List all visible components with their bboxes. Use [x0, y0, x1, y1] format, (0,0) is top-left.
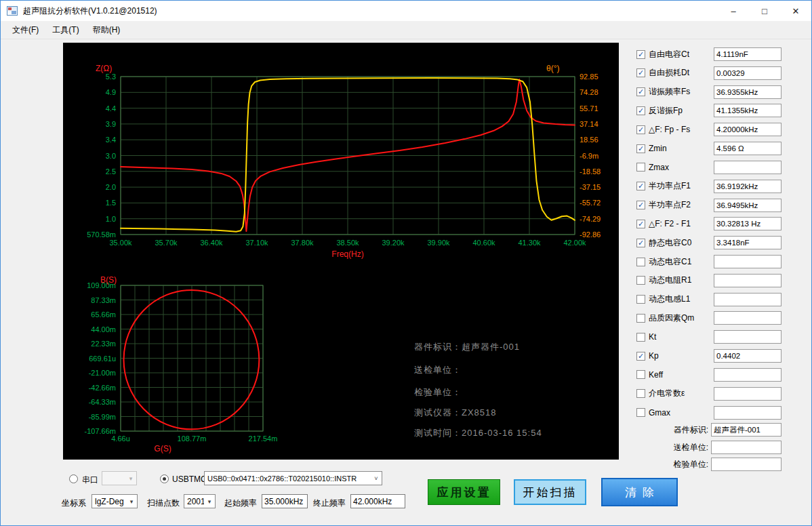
param-value-input[interactable] — [714, 406, 781, 420]
param-row-7: Zmax — [636, 158, 784, 177]
close-button[interactable]: ✕ — [780, 1, 811, 21]
menu-file[interactable]: 文件(F) — [5, 22, 45, 39]
param-value-input[interactable] — [714, 387, 781, 401]
param-checkbox[interactable]: ✓ — [636, 352, 645, 361]
param-checkbox[interactable] — [636, 276, 645, 285]
axis-tick-label: 1.0 — [106, 215, 116, 223]
x-axis-title: Freq(Hz) — [331, 249, 363, 259]
param-value-input[interactable] — [714, 104, 781, 117]
apply-settings-button[interactable]: 应用设置 — [428, 479, 500, 505]
serial-port-combo[interactable]: ▾ — [102, 471, 137, 485]
param-row-5: ✓△F: Fp - Fs — [636, 120, 784, 139]
device-info-line: 送检单位： — [414, 364, 462, 376]
param-checkbox[interactable] — [636, 295, 645, 304]
start-frequency-input[interactable] — [262, 494, 308, 508]
param-checkbox[interactable]: ✓ — [636, 125, 645, 134]
param-checkbox[interactable]: ✓ — [636, 201, 645, 209]
param-value-input[interactable] — [714, 330, 781, 344]
param-checkbox[interactable]: ✓ — [636, 106, 645, 115]
param-value-input[interactable] — [714, 311, 781, 325]
param-value-input[interactable] — [714, 85, 781, 99]
param-row-8: ✓半功率点F1 — [636, 177, 784, 196]
start-frequency-label: 起始频率 — [224, 498, 257, 509]
param-row-15: 品质因素Qm — [636, 308, 784, 327]
param-checkbox[interactable]: ✓ — [636, 144, 645, 153]
param-checkbox[interactable]: ✓ — [636, 239, 645, 247]
param-row-11: ✓静态电容C0 — [636, 233, 784, 252]
param-checkbox[interactable] — [636, 258, 645, 266]
axis-tick-label: -85.99m — [89, 413, 116, 421]
axis-tick-label: 669.61u — [89, 355, 116, 363]
param-row-2: ✓自由损耗Dt — [636, 64, 784, 83]
stop-frequency-input[interactable] — [350, 494, 405, 508]
coord-system-combo[interactable]: lgZ-Deg ▾ — [92, 494, 138, 508]
param-label: Zmin — [649, 144, 667, 153]
param-value-input[interactable] — [714, 217, 781, 230]
param-value-input[interactable] — [714, 368, 781, 382]
param-label: Gmax — [649, 408, 670, 418]
param-value-input[interactable] — [714, 66, 781, 80]
device-field-row: 检验单位: — [636, 458, 784, 471]
axis-tick-label: 74.28 — [580, 88, 598, 96]
param-value-input[interactable] — [714, 199, 781, 212]
usbtmc-address-combo[interactable]: USB0::0x0471::0x2786::T020215010::INSTR … — [204, 471, 382, 485]
scan-points-label: 扫描点数 — [147, 498, 180, 509]
serial-radio[interactable] — [69, 474, 78, 483]
param-label: △F: F2 - F1 — [649, 219, 691, 228]
param-checkbox[interactable]: ✓ — [636, 68, 645, 77]
axis-tick-label: 4.66u — [111, 434, 130, 443]
axis-tick-label: 42.00k — [563, 239, 586, 247]
usbtmc-label: USBTMC — [172, 474, 207, 484]
window-controls: – □ ✕ — [718, 1, 811, 21]
maximize-button[interactable]: □ — [749, 1, 780, 21]
y-axis-title: B(S) — [100, 275, 117, 285]
axis-tick-label: -18.58 — [580, 167, 601, 176]
param-checkbox[interactable] — [636, 333, 645, 342]
scan-points-value: 2001 — [184, 497, 204, 506]
device-field-input[interactable] — [711, 458, 781, 471]
device-field-input[interactable] — [711, 441, 781, 454]
chevron-down-icon: ▾ — [126, 498, 137, 505]
param-value-input[interactable] — [714, 293, 781, 306]
scan-points-combo[interactable]: 2001 ▾ — [184, 494, 216, 508]
param-checkbox[interactable] — [636, 370, 645, 379]
param-row-14: 动态电感L1 — [636, 290, 784, 309]
param-label: Zmax — [649, 163, 669, 172]
minimize-button[interactable]: – — [718, 1, 749, 21]
param-label: Keff — [649, 370, 663, 380]
menu-tools[interactable]: 工具(T) — [45, 22, 85, 39]
param-checkbox[interactable]: ✓ — [636, 87, 645, 96]
param-value-input[interactable] — [714, 236, 781, 249]
param-value-input[interactable] — [714, 274, 781, 287]
chevron-down-icon: ▾ — [204, 498, 215, 505]
stop-frequency-label: 终止频率 — [313, 498, 346, 509]
param-value-input[interactable] — [714, 47, 781, 61]
param-label: 动态电感L1 — [649, 294, 690, 305]
param-value-input[interactable] — [714, 142, 781, 155]
usbtmc-radio[interactable] — [160, 474, 169, 483]
device-info-line: 器件标识：超声器件-001 — [414, 341, 520, 353]
axis-tick-label: -92.86 — [580, 230, 601, 239]
param-checkbox[interactable] — [636, 314, 645, 323]
param-value-input[interactable] — [714, 123, 781, 136]
param-checkbox[interactable] — [636, 389, 645, 398]
param-checkbox[interactable]: ✓ — [636, 50, 645, 59]
start-scan-button[interactable]: 开始扫描 — [514, 479, 586, 505]
axis-tick-label: 18.56 — [580, 136, 598, 144]
axis-tick-label: 39.90k — [427, 239, 450, 247]
param-checkbox[interactable]: ✓ — [636, 182, 645, 190]
device-field-label: 送检单位: — [636, 442, 708, 453]
param-label: Kp — [649, 351, 659, 361]
param-checkbox[interactable]: ✓ — [636, 220, 645, 228]
param-value-input[interactable] — [714, 180, 781, 193]
window-title: 超声阻抗分析软件(V1.0.21@201512) — [23, 5, 157, 17]
param-checkbox[interactable] — [636, 163, 645, 171]
param-value-input[interactable] — [714, 161, 781, 174]
param-checkbox[interactable] — [636, 408, 645, 417]
clear-button[interactable]: 清除 — [601, 478, 678, 506]
param-value-input[interactable] — [714, 349, 781, 363]
menu-help[interactable]: 帮助(H) — [86, 22, 127, 39]
axis-tick-label: 3.4 — [106, 136, 116, 144]
param-value-input[interactable] — [714, 255, 781, 268]
device-field-input[interactable] — [711, 423, 781, 437]
